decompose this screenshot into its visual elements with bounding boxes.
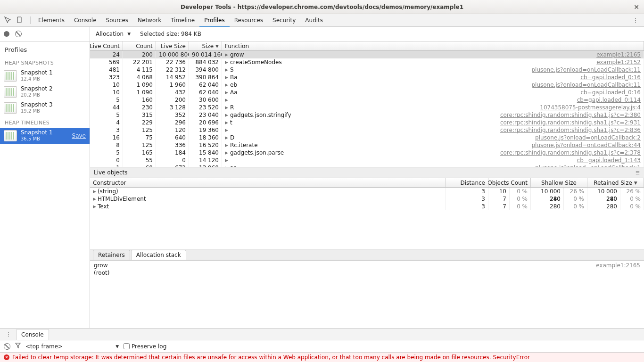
close-icon[interactable]: ✕ (634, 3, 639, 11)
col-live-count[interactable]: Live Count (90, 41, 123, 50)
source-link[interactable]: core:rpc:shindig.random:shindig.sha1.js?… (500, 119, 641, 126)
col-live-size[interactable]: Live Size (156, 41, 189, 50)
allocation-row[interactable]: 055014 120▶cb=gapi.loaded_1:143 (90, 156, 644, 164)
source-link[interactable]: plusone.js?onload=onLoadCallback:2 (535, 134, 641, 141)
snapshot-item[interactable]: Snapshot 319.2 MB (0, 100, 90, 116)
snapshot-item[interactable]: Snapshot 220.2 MB (0, 84, 90, 100)
liveobj-row[interactable]: ▶(string)3100 %10 000 24026 %10 000 2402… (90, 188, 644, 195)
preserve-log-checkbox[interactable]: Preserve log (124, 343, 166, 350)
allocation-stack[interactable]: growexample1:2165(root) (90, 260, 644, 303)
expand-icon[interactable]: ▶ (225, 74, 229, 81)
frame-select[interactable]: <top frame> ▼ (25, 343, 119, 350)
allocation-row[interactable]: 312512019 360▶core:rpc:shindig.random:sh… (90, 126, 644, 134)
col-function[interactable]: Function (222, 41, 644, 50)
menu-icon[interactable]: ☰ (636, 170, 640, 175)
expand-icon[interactable]: ▶ (93, 195, 96, 203)
liveobj-row[interactable]: ▶Text370 %2800 %2800 % (90, 203, 644, 210)
source-link[interactable]: 1074358075-postmessagerelay.js:4 (540, 104, 641, 111)
expand-icon[interactable]: ▶ (225, 134, 229, 141)
source-link[interactable]: cb=gapi.loaded_0:114 (577, 96, 641, 104)
tab-network[interactable]: Network (133, 14, 166, 27)
expand-icon[interactable]: ▶ (225, 89, 229, 96)
col-count[interactable]: Count (123, 41, 156, 50)
col-shallow-size[interactable]: Shallow Size (531, 178, 587, 187)
expand-icon[interactable]: ▶ (225, 96, 229, 104)
expand-icon[interactable]: ▶ (225, 81, 229, 89)
allocation-row[interactable]: 516020030 600▶cb=gapi.loaded_0:114 (90, 96, 644, 104)
expand-icon[interactable]: ▶ (225, 141, 229, 149)
lower-tab-allocation-stack[interactable]: Allocation stack (131, 250, 186, 260)
allocation-row[interactable]: 101 09043262 040▶Aacb=gapi.loaded_0:16 (90, 89, 644, 96)
allocation-row[interactable]: 167564018 360▶Dplusone.js?onload=onLoadC… (90, 134, 644, 141)
source-link[interactable]: plusone.js?onload=onLoadCallback:11 (531, 66, 641, 74)
col-objects-count[interactable]: Objects Count (488, 178, 531, 187)
expand-icon[interactable]: ▶ (225, 126, 229, 134)
expand-icon[interactable]: ▶ (225, 51, 229, 58)
kebab-icon[interactable]: ⋮ (3, 331, 14, 337)
source-link[interactable]: example1:2165 (596, 51, 641, 58)
source-link[interactable]: plusone.js?onload=onLoadCallback:11 (531, 81, 641, 89)
liveobj-row[interactable]: ▶HTMLDivElement370 %2800 %2800 % (90, 195, 644, 203)
allocation-row[interactable]: 56922 20122 736884 032▶createSomeNodesex… (90, 58, 644, 66)
tab-profiles[interactable]: Profiles (199, 14, 230, 27)
expand-icon[interactable]: ▶ (225, 156, 229, 164)
device-icon[interactable] (15, 16, 25, 25)
expand-icon[interactable]: ▶ (225, 66, 229, 74)
tab-console[interactable]: Console (69, 14, 101, 27)
tab-security[interactable]: Security (268, 14, 300, 27)
tab-audits[interactable]: Audits (300, 14, 328, 27)
source-link[interactable]: core:rpc:shindig.random:shindig.sha1.js?… (500, 111, 641, 119)
snapshot-item[interactable]: Snapshot 136.5 MBSave (0, 128, 90, 144)
expand-icon[interactable]: ▶ (225, 104, 229, 111)
tab-resources[interactable]: Resources (230, 14, 268, 27)
allocation-row[interactable]: 516518415 840▶gadgets.json.parsecore:rpc… (90, 149, 644, 156)
allocation-row[interactable]: 442303 12823 520▶R1074358075-postmessage… (90, 104, 644, 111)
view-select[interactable]: Allocation ▼ (96, 31, 131, 37)
clear-icon[interactable] (15, 31, 22, 37)
stack-frame[interactable]: growexample1:2165 (94, 262, 640, 269)
expand-icon[interactable]: ▶ (93, 203, 96, 210)
lower-tab-retainers[interactable]: Retainers (93, 250, 130, 260)
col-distance[interactable]: Distance (446, 178, 488, 187)
clear-console-icon[interactable] (4, 343, 10, 350)
expand-icon[interactable]: ▶ (225, 58, 229, 66)
source-link[interactable]: cb=gapi.loaded_1:143 (577, 156, 641, 164)
tab-timeline[interactable]: Timeline (166, 14, 199, 27)
allocation-row[interactable]: 3234 06814 952390 864▶Bacb=gapi.loaded_0… (90, 74, 644, 81)
source-link[interactable]: example1:2152 (596, 58, 641, 66)
snapshot-item[interactable]: Snapshot 112.4 MB (0, 68, 90, 84)
expand-icon[interactable]: ▶ (225, 111, 229, 119)
allocation-row[interactable]: 101 0901 96062 040▶ebplusone.js?onload=o… (90, 81, 644, 89)
filter-icon[interactable] (15, 343, 21, 350)
col-constructor[interactable]: Constructor (90, 178, 446, 187)
allocation-row[interactable]: 4814 11522 312394 800▶Splusone.js?onload… (90, 66, 644, 74)
source-link[interactable]: cb=gapi.loaded_0:16 (580, 74, 641, 81)
col-size[interactable]: Size▼ (189, 41, 222, 50)
stack-frame[interactable]: (root) (94, 269, 640, 277)
source-link[interactable]: core:rpc:shindig.random:shindig.sha1.js?… (500, 126, 641, 134)
function-name: t (230, 119, 232, 126)
allocation-row[interactable]: 2420010 000 80090 014 160▶growexample1:2… (90, 51, 644, 58)
expand-icon[interactable]: ▶ (225, 119, 229, 126)
allocation-row[interactable]: 422929620 696▶tcore:rpc:shindig.random:s… (90, 119, 644, 126)
tab-elements[interactable]: Elements (33, 14, 69, 27)
save-link[interactable]: Save (72, 132, 86, 139)
allocation-row[interactable]: 812533616 520▶Rc.iterateplusone.js?onloa… (90, 141, 644, 149)
source-link[interactable]: plusone.js?onload=onLoadCallback:44 (531, 141, 641, 149)
tab-sources[interactable]: Sources (101, 14, 133, 27)
console-error[interactable]: ✕ Failed to clear temp storage: It was d… (0, 353, 644, 362)
console-tab[interactable]: Console (16, 329, 49, 340)
expand-icon[interactable]: ▶ (225, 149, 229, 156)
expand-icon[interactable]: ▶ (93, 188, 96, 195)
source-link[interactable]: example1:2165 (596, 262, 640, 269)
record-icon[interactable] (4, 31, 9, 37)
allocation-row[interactable]: 531535223 040▶gadgets.json.stringifycore… (90, 111, 644, 119)
snapshot-size: 12.4 MB (21, 76, 53, 82)
kebab-icon[interactable]: ⋮ (630, 17, 641, 24)
source-link[interactable]: cb=gapi.loaded_0:16 (580, 89, 641, 96)
allocation-grid[interactable]: 2420010 000 80090 014 160▶growexample1:2… (90, 51, 644, 167)
source-link[interactable]: core:rpc:shindig.random:shindig.sha1.js?… (500, 149, 641, 156)
live-objects-grid[interactable]: ▶(string)3100 %10 000 24026 %10 000 2402… (90, 188, 644, 249)
inspect-icon[interactable] (3, 16, 12, 25)
col-retained-size[interactable]: Retained Size▼ (587, 178, 644, 187)
